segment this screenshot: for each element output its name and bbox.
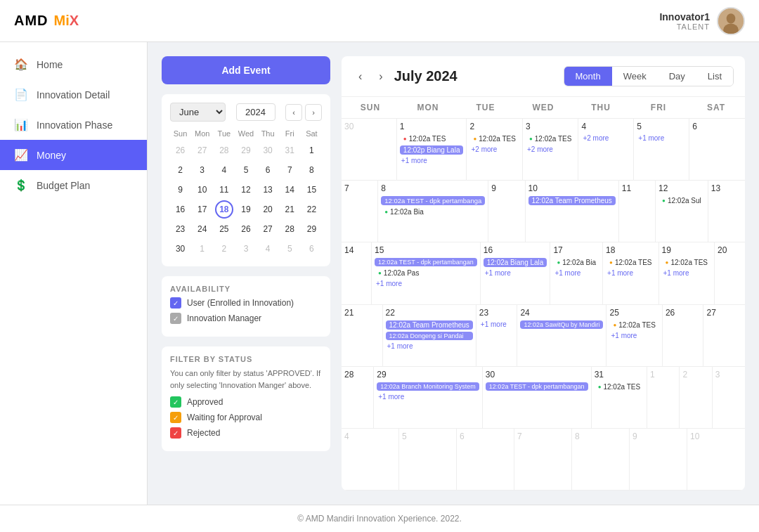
mini-cal-day[interactable]: 1 xyxy=(193,240,212,258)
add-event-button[interactable]: Add Event xyxy=(162,56,330,84)
calendar-view-week[interactable]: Week xyxy=(612,67,658,86)
mini-cal-day[interactable]: 9 xyxy=(171,181,190,199)
availability-user-checkbox[interactable]: ✓ xyxy=(170,297,181,309)
mini-cal-day[interactable]: 6 xyxy=(302,240,320,258)
mini-cal-day[interactable]: 15 xyxy=(302,181,320,199)
mini-cal-day[interactable]: 2 xyxy=(171,161,190,179)
mini-cal-day[interactable]: 7 xyxy=(280,161,299,179)
sidebar-item-innovation-detail[interactable]: 📄 Innovation Detail xyxy=(0,79,147,110)
cal-more-link[interactable]: +1 more xyxy=(609,332,659,339)
mini-cal-year-input[interactable] xyxy=(236,103,275,121)
mini-cal-day[interactable]: 26 xyxy=(237,220,255,238)
mini-cal-day[interactable]: 11 xyxy=(215,181,233,199)
mini-cal-day[interactable]: 30 xyxy=(171,240,190,258)
mini-cal-day[interactable]: 10 xyxy=(193,181,212,199)
mini-cal-day[interactable]: 4 xyxy=(215,161,233,179)
cal-more-link[interactable]: +2 more xyxy=(581,134,630,142)
calendar-next-button[interactable]: › xyxy=(373,67,388,86)
mini-cal-day[interactable]: 5 xyxy=(237,161,255,179)
cal-more-link[interactable]: +1 more xyxy=(662,269,711,277)
cal-event[interactable]: 12:02a Team Prometheus xyxy=(386,320,473,330)
cal-event[interactable]: 12:02a Biang Lala xyxy=(484,258,547,267)
cal-more-link[interactable]: +1 more xyxy=(606,269,655,277)
mini-cal-day[interactable]: 27 xyxy=(259,220,277,238)
filter-approved-checkbox[interactable]: ✓ xyxy=(170,396,181,408)
cal-more-link[interactable]: +2 more xyxy=(526,145,575,153)
mini-cal-day[interactable]: 5 xyxy=(280,240,299,258)
mini-cal-day[interactable]: 23 xyxy=(171,220,190,238)
cal-event[interactable]: 12:02a Dongeng si Pandai xyxy=(386,332,473,340)
mini-cal-day[interactable]: 20 xyxy=(259,200,277,219)
mini-cal-day[interactable]: 14 xyxy=(280,181,299,199)
mini-cal-day[interactable]: 22 xyxy=(302,200,320,219)
cal-event[interactable]: 12:02a TES xyxy=(400,134,464,143)
cal-event[interactable]: 12:02a Sul xyxy=(659,196,705,205)
sidebar-item-home[interactable]: 🏠 Home xyxy=(0,49,147,79)
mini-cal-day[interactable]: 6 xyxy=(259,161,277,179)
calendar-nav: ‹ › July 2024 xyxy=(353,67,458,86)
mini-cal-day[interactable]: 16 xyxy=(171,200,190,219)
cal-more-link[interactable]: +1 more xyxy=(553,269,599,277)
mini-cal-day[interactable]: 27 xyxy=(193,141,212,160)
calendar-view-list[interactable]: List xyxy=(696,67,733,86)
cal-event[interactable]: 12:02a TES xyxy=(469,134,519,143)
cal-event[interactable]: 12:02a Bia xyxy=(553,258,599,267)
mini-cal-day[interactable]: 17 xyxy=(193,200,212,219)
mini-cal-day[interactable]: 29 xyxy=(302,220,320,238)
sidebar-item-budget-plan[interactable]: 💲 Budget Plan xyxy=(0,170,147,200)
mini-cal-day[interactable]: 28 xyxy=(215,141,233,160)
mini-cal-next-button[interactable]: › xyxy=(305,104,322,121)
cal-event[interactable]: 12:02a TEST - dpk pertambanga xyxy=(381,196,485,205)
cal-more-link[interactable]: +1 more xyxy=(375,280,477,287)
calendar-view-month[interactable]: Month xyxy=(564,67,612,86)
cal-event[interactable]: 12:02a TES xyxy=(595,382,644,391)
cal-event[interactable]: 12:02a TES xyxy=(606,258,655,267)
sidebar-item-money[interactable]: 📈 Money xyxy=(0,140,147,170)
cal-more-link[interactable]: +1 more xyxy=(637,134,686,142)
cal-event[interactable]: 12:02a TES xyxy=(526,134,575,143)
svg-point-1 xyxy=(727,13,736,23)
mini-cal-day[interactable]: 30 xyxy=(259,141,277,160)
filter-rejected-checkbox[interactable]: ✓ xyxy=(170,427,181,439)
cal-more-link[interactable]: +1 more xyxy=(377,393,479,401)
cal-event[interactable]: 12:02a Branch Monitoring System xyxy=(377,382,479,391)
cal-event[interactable]: 12:02a TEST - dpk pertambangan xyxy=(486,382,588,391)
mini-cal-day[interactable]: 19 xyxy=(237,200,255,219)
mini-cal-day[interactable]: 25 xyxy=(215,220,233,238)
cal-more-link[interactable]: +1 more xyxy=(386,342,473,350)
mini-cal-day[interactable]: 31 xyxy=(280,141,299,160)
cal-event[interactable]: 12:02a Team Prometheus xyxy=(528,196,616,205)
mini-cal-day[interactable]: 24 xyxy=(193,220,212,238)
mini-cal-day[interactable]: 26 xyxy=(171,141,190,160)
cal-event[interactable]: 12:02a TES xyxy=(609,320,659,330)
cal-event[interactable]: 12:02p Biang Lala xyxy=(400,145,464,155)
mini-cal-prev-button[interactable]: ‹ xyxy=(285,104,302,121)
mini-cal-day[interactable]: 1 xyxy=(302,141,320,160)
cal-more-link[interactable]: +1 more xyxy=(400,157,464,164)
mini-cal-day[interactable]: 12 xyxy=(237,181,255,199)
mini-cal-today[interactable]: 18 xyxy=(215,200,233,219)
mini-cal-day[interactable]: 29 xyxy=(237,141,255,160)
mini-cal-day[interactable]: 4 xyxy=(259,240,277,258)
cal-event[interactable]: 12:02a Pas xyxy=(375,268,477,278)
filter-waiting-checkbox[interactable]: ✓ xyxy=(170,412,181,423)
mini-cal-month-select[interactable]: JuneJulyAugust xyxy=(170,103,226,122)
mini-cal-day[interactable]: 13 xyxy=(259,181,277,199)
calendar-view-day[interactable]: Day xyxy=(658,67,696,86)
cal-event[interactable]: 12:02a Bia xyxy=(381,207,485,216)
cal-more-link[interactable]: +1 more xyxy=(484,269,547,277)
mini-cal-day[interactable]: 8 xyxy=(302,161,320,179)
availability-manager-checkbox[interactable]: ✓ xyxy=(170,313,181,324)
cal-event[interactable]: 12:02a SawitQu by Mandiri xyxy=(520,320,603,329)
mini-cal-day[interactable]: 21 xyxy=(280,200,299,219)
sidebar-item-innovation-phase[interactable]: 📊 Innovation Phase xyxy=(0,110,147,140)
cal-more-link[interactable]: +2 more xyxy=(469,145,519,153)
mini-cal-day[interactable]: 2 xyxy=(215,240,233,258)
mini-cal-day[interactable]: 3 xyxy=(237,240,255,258)
cal-more-link[interactable]: +1 more xyxy=(479,320,514,328)
cal-event[interactable]: 12:02a TES xyxy=(662,258,711,267)
calendar-prev-button[interactable]: ‹ xyxy=(353,67,368,86)
mini-cal-day[interactable]: 3 xyxy=(193,161,212,179)
cal-event[interactable]: 12:02a TEST - dpk pertambangan xyxy=(375,258,477,266)
mini-cal-day[interactable]: 28 xyxy=(280,220,299,238)
